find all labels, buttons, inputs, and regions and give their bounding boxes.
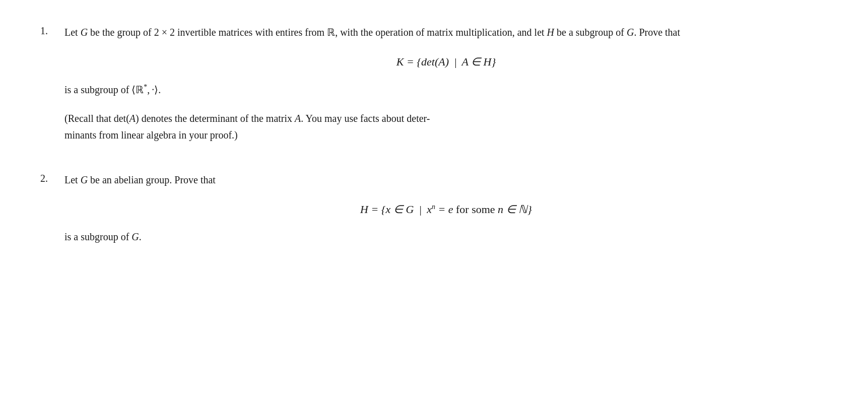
recall-text-1: (Recall that det(A) denotes the determin… [64, 110, 828, 144]
display-math-1: K = {det(A) | A ∈ H} [64, 53, 828, 71]
formula-H: H = {x ∈ G | xn = e for some n ∈ ℕ} [360, 200, 532, 219]
problem-content-1: Let G be the group of 2 × 2 invertible m… [64, 24, 828, 144]
problem-item-2: 2. Let G be an abelian group. Prove that… [40, 172, 828, 257]
problem-intro-1: Let G be the group of 2 × 2 invertible m… [64, 24, 828, 41]
var-G-2: G [627, 27, 634, 38]
problem-list: 1. Let G be the group of 2 × 2 invertibl… [40, 24, 828, 257]
formula-K: K = {det(A) | A ∈ H} [396, 53, 496, 71]
var-G-1: G [81, 27, 88, 38]
display-math-2: H = {x ∈ G | xn = e for some n ∈ ℕ} [64, 200, 828, 219]
var-H-1: H [547, 27, 554, 38]
var-G-3: G [81, 174, 88, 185]
problem-number-2: 2. [40, 172, 64, 184]
problem-item-1: 1. Let G be the group of 2 × 2 invertibl… [40, 24, 828, 144]
problem-number-1: 1. [40, 24, 64, 37]
problem-content-2: Let G be an abelian group. Prove that H … [64, 172, 828, 257]
var-G-4: G [131, 231, 139, 242]
subgroup-statement-1: is a subgroup of ⟨ℝ*, ·⟩. [64, 81, 828, 98]
subgroup-statement-2: is a subgroup of G. [64, 229, 828, 245]
problem-intro-2: Let G be an abelian group. Prove that [64, 172, 828, 188]
